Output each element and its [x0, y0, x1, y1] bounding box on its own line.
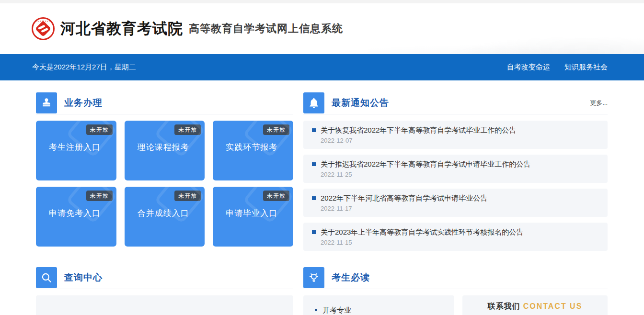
- notice-item[interactable]: 关于2023年上半年高等教育自学考试实践性环节考核报名的公告 2022-11-1…: [303, 223, 608, 251]
- notice-item[interactable]: 2022年下半年河北省高等教育自学考试申请毕业公告 2022-11-17: [303, 189, 608, 217]
- main-content: 业务办理 未开放 考生注册入口 未开放 理论课程报考 未开放 实践环节报考 未开…: [0, 80, 644, 315]
- current-date-text: 今天是2022年12月27日，星期二: [32, 63, 136, 72]
- card-practice-apply[interactable]: 未开放 实践环节报考: [213, 121, 293, 180]
- contact-title-cn: 联系我们: [488, 302, 520, 310]
- hebei-education-seal-icon: [32, 17, 55, 40]
- date-slogan-bar: 今天是2022年12月27日，星期二 自考改变命运 知识服务社会: [0, 54, 644, 80]
- card-candidate-register[interactable]: 未开放 考生注册入口: [36, 121, 116, 180]
- notice-date: 2022-11-17: [321, 204, 599, 213]
- business-section: 业务办理 未开放 考生注册入口 未开放 理论课程报考 未开放 实践环节报考 未开…: [36, 91, 293, 257]
- link-open-majors[interactable]: 开考专业: [315, 303, 454, 315]
- contact-title-en: CONTACT US: [523, 302, 583, 310]
- status-badge: 未开放: [263, 124, 289, 135]
- must-read-section: 考生必读 开考专业 考生办理业务时间表 联系我们CONTACT US: [303, 266, 608, 315]
- business-section-title: 业务办理: [64, 97, 103, 109]
- bell-icon: [303, 92, 324, 113]
- query-center-section: 查询中心 报考简章 实践课信息查询: [36, 266, 293, 315]
- contact-us-panel: 联系我们CONTACT US 河北省教育考试院: [462, 295, 608, 315]
- query-section-title: 查询中心: [64, 271, 103, 284]
- square-bullet-icon: [312, 128, 316, 132]
- slogan-right: 知识服务社会: [564, 63, 608, 71]
- notice-item[interactable]: 关于恢复我省2022年下半年高等教育自学考试毕业工作的公告 2022-12-07: [303, 121, 608, 149]
- notice-date: 2022-11-15: [321, 238, 599, 247]
- square-bullet-icon: [312, 230, 316, 234]
- must-read-section-header: 考生必读: [303, 266, 608, 289]
- notices-section-title: 最新通知公告: [332, 97, 389, 109]
- notice-item[interactable]: 关于推迟我省2022年下半年高等教育自学考试申请毕业工作的公告 2022-11-…: [303, 155, 608, 183]
- site-name: 河北省教育考试院: [60, 19, 183, 39]
- dot-bullet-icon: [315, 309, 317, 311]
- card-exemption-apply[interactable]: 未开放 申请免考入口: [36, 187, 116, 247]
- stamp-icon: [36, 92, 57, 113]
- business-section-header: 业务办理: [36, 91, 293, 114]
- site-header: 河北省教育考试院 高等教育自学考试网上信息系统: [0, 0, 644, 54]
- must-read-section-title: 考生必读: [332, 271, 370, 284]
- square-bullet-icon: [312, 162, 316, 166]
- notices-section-header: 最新通知公告 更多...: [303, 91, 608, 114]
- more-link[interactable]: 更多...: [590, 99, 608, 107]
- square-bullet-icon: [312, 196, 316, 200]
- must-read-links-box: 开考专业 考生办理业务时间表: [303, 295, 454, 315]
- system-name: 高等教育自学考试网上信息系统: [189, 22, 343, 36]
- link-practice-course-query[interactable]: 实践课信息查询: [129, 312, 188, 315]
- link-exam-guide[interactable]: 报考简章: [49, 312, 87, 315]
- brand: 河北省教育考试院 高等教育自学考试网上信息系统: [0, 3, 644, 54]
- notice-list: 关于恢复我省2022年下半年高等教育自学考试毕业工作的公告 2022-12-07…: [303, 121, 608, 251]
- card-graduation-apply[interactable]: 未开放 申请毕业入口: [213, 187, 293, 247]
- bulb-icon: [303, 267, 324, 288]
- notice-date: 2022-11-25: [321, 170, 599, 179]
- card-merge-scores[interactable]: 未开放 合并成绩入口: [125, 187, 205, 247]
- status-badge: 未开放: [86, 191, 113, 201]
- query-section-header: 查询中心: [36, 266, 293, 289]
- business-cards: 未开放 考生注册入口 未开放 理论课程报考 未开放 实践环节报考 未开放 申请免…: [36, 121, 293, 247]
- query-links-box: 报考简章 实践课信息查询: [36, 295, 293, 315]
- slogan-left: 自考改变命运: [507, 63, 550, 71]
- status-badge: 未开放: [86, 124, 113, 135]
- status-badge: 未开放: [263, 191, 289, 201]
- slogans: 自考改变命运 知识服务社会: [507, 63, 608, 72]
- notices-section: 最新通知公告 更多... 关于恢复我省2022年下半年高等教育自学考试毕业工作的…: [303, 91, 608, 257]
- status-badge: 未开放: [174, 124, 201, 135]
- search-icon: [36, 267, 57, 288]
- card-theory-course-apply[interactable]: 未开放 理论课程报考: [125, 121, 205, 180]
- notice-date: 2022-12-07: [321, 136, 599, 145]
- status-badge: 未开放: [174, 191, 201, 201]
